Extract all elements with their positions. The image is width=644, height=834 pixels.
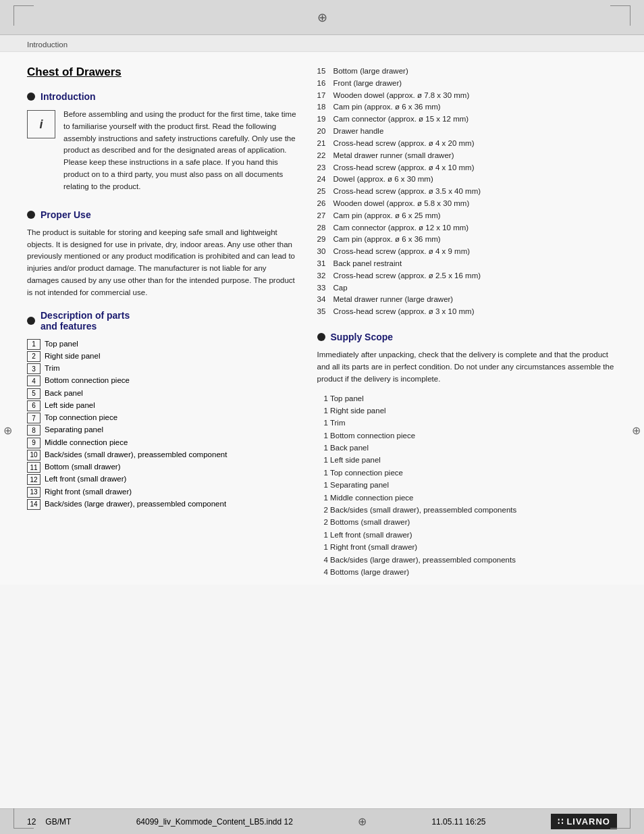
part-number: 24 (317, 174, 329, 186)
date-info: 11.05.11 16:25 (431, 817, 485, 827)
bullet-icon-proper-use (27, 211, 35, 219)
part-number: 11 (27, 462, 41, 473)
part-label: Right side panel (45, 350, 100, 362)
list-item: 16Front (large drawer) (317, 78, 617, 90)
section-label-text: Introduction (27, 41, 68, 49)
part-number: 3 (27, 363, 41, 374)
part-label: Back/sides (large drawer), preassembled … (45, 498, 226, 510)
part-label: Left front (small drawer) (45, 473, 126, 485)
list-item: 13Right front (small drawer) (27, 486, 297, 498)
list-item: 7Top connection piece (27, 412, 297, 423)
proper-use-heading-text: Proper Use (41, 209, 91, 220)
part-number: 1 (27, 339, 41, 350)
list-item: 2 Back/sides (small drawer), preassemble… (324, 504, 617, 516)
page-wrapper: ⊕ Introduction ⊕ ⊕ Chest of Drawers Intr… (0, 0, 644, 834)
list-item: 1 Left front (small drawer) (324, 529, 617, 541)
part-label: Bottom (large drawer) (333, 66, 408, 78)
bullet-icon-intro (27, 93, 35, 101)
info-icon: i (27, 110, 55, 138)
list-item: 30Cross-head screw (approx. ø 4 x 9 mm) (317, 246, 617, 258)
part-number: 31 (317, 258, 329, 270)
part-number: 21 (317, 138, 329, 150)
list-item: 20Drawer handle (317, 126, 617, 138)
list-item: 34Metal drawer runner (large drawer) (317, 294, 617, 306)
part-label: Cam pin (approx. ø 6 x 36 mm) (333, 101, 441, 113)
part-label: Back panel restraint (333, 258, 402, 270)
list-item: 1 Middle connection piece (324, 492, 617, 504)
part-label: Cam connector (approx. ø 12 x 10 mm) (333, 222, 469, 234)
part-label: Bottom (small drawer) (45, 461, 120, 473)
description-heading-text: Description of partsand features (41, 310, 130, 332)
page-title: Chest of Drawers (27, 66, 297, 79)
part-label: Right front (small drawer) (45, 486, 132, 498)
part-number: 30 (317, 246, 329, 258)
right-parts-list: 15Bottom (large drawer)16Front (large dr… (317, 66, 617, 318)
list-item: 28Cam connector (approx. ø 12 x 10 mm) (317, 222, 617, 234)
part-number: 32 (317, 270, 329, 282)
part-label: Left side panel (45, 400, 95, 411)
part-label: Middle connection piece (45, 437, 128, 448)
corner-mark-bl (14, 808, 34, 829)
list-item: 1 Top connection piece (324, 467, 617, 479)
part-number: 19 (317, 113, 329, 126)
list-item: 2 Bottoms (small drawer) (324, 516, 617, 528)
part-label: Drawer handle (333, 126, 384, 138)
part-label: Wooden dowel (approx. ø 5.8 x 30 mm) (333, 198, 470, 210)
info-box: i Before assembling and using the produc… (27, 109, 297, 199)
part-label: Cam pin (approx. ø 6 x 36 mm) (333, 234, 441, 246)
part-number: 34 (317, 294, 329, 306)
crosshair-icon-top: ⊕ (317, 10, 327, 25)
list-item: 3Trim (27, 363, 297, 374)
description-heading: Description of partsand features (27, 310, 297, 332)
corner-mark-tr (610, 5, 630, 26)
list-item: 1 Bottom connection piece (324, 429, 617, 442)
list-item: 26Wooden dowel (approx. ø 5.8 x 30 mm) (317, 198, 617, 210)
part-label: Wooden dowel (approx. ø 7.8 x 30 mm) (333, 90, 470, 102)
list-item: 21Cross-head screw (approx. ø 4 x 20 mm) (317, 138, 617, 150)
left-column: Chest of Drawers Introduction i Before a… (27, 60, 311, 578)
logo-area: ∷ LIVARNO (551, 814, 617, 829)
proper-use-heading: Proper Use (27, 209, 297, 220)
part-number: 22 (317, 150, 329, 162)
part-number: 20 (317, 126, 329, 138)
list-item: 4Bottom connection piece (27, 375, 297, 386)
list-item: 22Metal drawer runner (small drawer) (317, 150, 617, 162)
part-number: 25 (317, 186, 329, 198)
crosshair-icon-right: ⊕ (632, 424, 641, 437)
corner-mark-tl (14, 5, 34, 26)
part-number: 17 (317, 90, 329, 102)
list-item: 4 Back/sides (large drawer), preassemble… (324, 554, 617, 566)
part-number: 33 (317, 282, 329, 294)
crosshair-icon-bottom: ⊕ (358, 815, 367, 828)
locale: GB/MT (45, 817, 71, 827)
part-number: 29 (317, 234, 329, 246)
part-label: Bottom connection piece (45, 375, 130, 386)
list-item: 19Cam connector (approx. ø 15 x 12 mm) (317, 113, 617, 126)
list-item: 18Cam pin (approx. ø 6 x 36 mm) (317, 101, 617, 113)
top-bar: ⊕ (0, 0, 644, 35)
list-item: 1Top panel (27, 338, 297, 350)
list-item: 1 Right front (small drawer) (324, 541, 617, 553)
part-number: 28 (317, 222, 329, 234)
part-number: 26 (317, 198, 329, 210)
list-item: 9Middle connection piece (27, 437, 297, 448)
part-label: Cap (333, 282, 348, 294)
part-number: 18 (317, 101, 329, 113)
part-number: 4 (27, 375, 41, 386)
list-item: 1 Back panel (324, 442, 617, 454)
part-label: Dowel (approx. ø 6 x 30 mm) (333, 174, 433, 186)
part-label: Cross-head screw (approx. ø 4 x 9 mm) (333, 246, 471, 258)
part-number: 10 (27, 450, 41, 461)
logo-text: ∷ LIVARNO (558, 816, 610, 827)
list-item: 32Cross-head screw (approx. ø 2.5 x 16 m… (317, 270, 617, 282)
list-item: 1 Right side panel (324, 405, 617, 417)
part-number: 13 (27, 487, 41, 498)
introduction-body: Before assembling and using the product … (63, 109, 297, 193)
supply-scope-intro: Immediately after unpacking, check that … (317, 349, 617, 385)
part-number: 16 (317, 78, 329, 90)
list-item: 10Back/sides (small drawer), preassemble… (27, 449, 297, 461)
list-item: 8Separating panel (27, 424, 297, 436)
bullet-icon-supply (317, 333, 325, 341)
main-content: ⊕ ⊕ Chest of Drawers Introduction i Befo… (0, 52, 644, 808)
list-item: 27Cam pin (approx. ø 6 x 25 mm) (317, 210, 617, 222)
